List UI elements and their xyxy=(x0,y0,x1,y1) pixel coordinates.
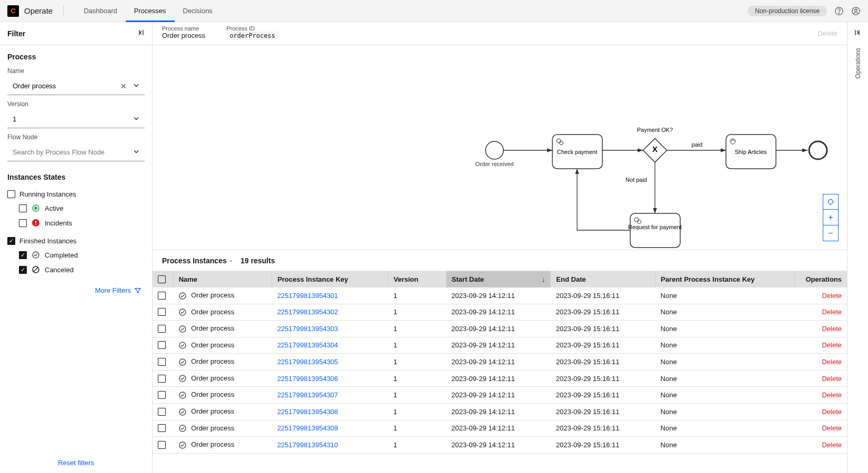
incidents-checkbox[interactable] xyxy=(19,219,27,227)
collapse-filters-icon[interactable] xyxy=(136,28,145,38)
delete-process-button[interactable]: Delete xyxy=(817,29,837,37)
row-delete-button[interactable]: Delete xyxy=(795,370,847,387)
instance-key-link[interactable]: 2251799813954309 xyxy=(272,420,388,437)
col-operations: Operations xyxy=(795,271,847,287)
flow-node-select[interactable] xyxy=(7,143,145,161)
instance-key-link[interactable]: 2251799813954305 xyxy=(272,354,388,371)
canceled-icon xyxy=(31,265,41,274)
row-delete-button[interactable]: Delete xyxy=(795,337,847,354)
instance-key-link[interactable]: 2251799813954308 xyxy=(272,403,388,420)
table-row: Order process 2251799813954305 1 2023-09… xyxy=(153,354,847,371)
finished-checkbox[interactable] xyxy=(7,237,15,245)
running-checkbox[interactable] xyxy=(7,190,15,198)
nav-processes[interactable]: Processes xyxy=(126,0,175,22)
cell-end: 2023-09-29 15:16:11 xyxy=(551,354,655,371)
process-header: Process name Order process Process ID or… xyxy=(153,22,847,45)
svg-point-11 xyxy=(486,141,503,159)
cell-name: Order process xyxy=(173,304,272,321)
row-checkbox[interactable] xyxy=(158,375,166,383)
filter-title: Filter xyxy=(7,29,25,38)
cell-version: 1 xyxy=(388,420,446,437)
row-checkbox[interactable] xyxy=(158,358,166,366)
row-delete-button[interactable]: Delete xyxy=(795,321,847,337)
reset-filters-link[interactable]: Reset filters xyxy=(58,459,94,467)
cell-start: 2023-09-29 14:12:11 xyxy=(446,437,551,454)
user-icon[interactable] xyxy=(851,6,861,16)
cell-parent: None xyxy=(655,304,795,321)
col-parent[interactable]: Parent Process Instance Key xyxy=(655,271,795,287)
cell-start: 2023-09-29 14:12:11 xyxy=(446,337,551,354)
row-delete-button[interactable]: Delete xyxy=(795,403,847,420)
completed-icon xyxy=(178,391,187,399)
cell-version: 1 xyxy=(388,337,446,354)
col-key[interactable]: Process Instance Key xyxy=(272,271,388,287)
incidents-icon xyxy=(31,218,41,228)
more-filters-link[interactable]: More Filters xyxy=(7,286,145,294)
version-select[interactable] xyxy=(7,110,145,128)
row-delete-button[interactable]: Delete xyxy=(795,387,847,404)
col-version[interactable]: Version xyxy=(388,271,446,287)
cell-name: Order process xyxy=(173,387,272,404)
cell-end: 2023-09-29 15:16:11 xyxy=(551,387,655,404)
instance-key-link[interactable]: 2251799813954304 xyxy=(272,337,388,354)
zoom-in-button[interactable]: + xyxy=(823,210,839,225)
col-end-date[interactable]: End Date xyxy=(551,271,655,287)
cell-parent: None xyxy=(655,370,795,387)
col-name[interactable]: Name xyxy=(173,271,272,287)
instance-key-link[interactable]: 2251799813954307 xyxy=(272,387,388,404)
row-checkbox[interactable] xyxy=(158,408,166,416)
cell-start: 2023-09-29 14:12:11 xyxy=(446,370,551,387)
instance-key-link[interactable]: 2251799813954310 xyxy=(272,437,388,454)
diagram-reset-button[interactable] xyxy=(823,194,839,210)
instance-key-link[interactable]: 2251799813954301 xyxy=(272,287,388,304)
process-section-title: Process xyxy=(7,53,145,61)
license-badge: Non-production license xyxy=(748,6,827,16)
row-delete-button[interactable]: Delete xyxy=(795,354,847,371)
instance-key-link[interactable]: 2251799813954303 xyxy=(272,321,388,337)
cell-start: 2023-09-29 14:12:11 xyxy=(446,387,551,404)
process-id-label: Process ID xyxy=(226,25,278,32)
nav-decisions[interactable]: Decisions xyxy=(175,0,221,22)
cell-name: Order process xyxy=(173,287,272,304)
instances-title: Process Instances xyxy=(162,256,227,265)
svg-text:paid: paid xyxy=(692,141,703,148)
instance-key-link[interactable]: 2251799813954306 xyxy=(272,370,388,387)
row-checkbox[interactable] xyxy=(158,292,166,300)
cell-name: Order process xyxy=(173,403,272,420)
row-checkbox[interactable] xyxy=(158,308,166,316)
canceled-checkbox[interactable] xyxy=(19,266,27,274)
cell-name: Order process xyxy=(173,337,272,354)
col-start-date[interactable]: Start Date↓ xyxy=(446,271,551,287)
help-icon[interactable] xyxy=(834,6,844,16)
row-checkbox[interactable] xyxy=(158,391,166,399)
completed-checkbox[interactable] xyxy=(19,251,27,259)
row-checkbox[interactable] xyxy=(158,341,166,349)
table-row: Order process 2251799813954303 1 2023-09… xyxy=(153,321,847,337)
completed-label: Completed xyxy=(45,251,78,259)
row-checkbox[interactable] xyxy=(158,424,166,432)
incidents-label: Incidents xyxy=(45,219,72,227)
row-delete-button[interactable]: Delete xyxy=(795,420,847,437)
canceled-label: Canceled xyxy=(45,266,74,274)
nav-dashboard[interactable]: Dashboard xyxy=(75,0,126,22)
row-checkbox[interactable] xyxy=(158,441,166,449)
operations-label: Operations xyxy=(854,48,862,79)
instance-key-link[interactable]: 2251799813954302 xyxy=(272,304,388,321)
bpmn-diagram[interactable]: Order received Check payment X Payment O… xyxy=(153,45,847,250)
row-checkbox[interactable] xyxy=(158,325,166,333)
svg-point-3 xyxy=(855,8,857,11)
completed-icon xyxy=(178,441,187,449)
row-delete-button[interactable]: Delete xyxy=(795,304,847,321)
expand-operations-icon[interactable] xyxy=(854,28,862,38)
table-row: Order process 2251799813954301 1 2023-09… xyxy=(153,287,847,304)
process-name-label: Process name xyxy=(162,25,205,32)
cell-start: 2023-09-29 14:12:11 xyxy=(446,420,551,437)
select-all-checkbox[interactable] xyxy=(158,275,166,283)
row-delete-button[interactable]: Delete xyxy=(795,437,847,454)
finished-label: Finished Instances xyxy=(19,237,76,245)
row-delete-button[interactable]: Delete xyxy=(795,287,847,304)
active-checkbox[interactable] xyxy=(19,204,27,212)
table-row: Order process 2251799813954309 1 2023-09… xyxy=(153,420,847,437)
clear-name-icon[interactable]: ✕ xyxy=(120,82,127,90)
zoom-out-button[interactable]: − xyxy=(823,225,839,241)
